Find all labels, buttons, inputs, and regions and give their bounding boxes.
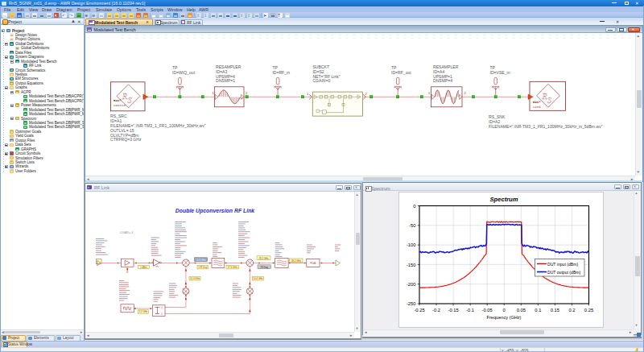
svg-text:ID=RF_in: ID=RF_in xyxy=(272,70,290,75)
svg-text:ID=A3: ID=A3 xyxy=(216,69,227,74)
svg-text:ID=VSE_in: ID=VSE_in xyxy=(489,70,510,75)
svg-text:DNSMP=1: DNSMP=1 xyxy=(216,79,235,84)
svg-text:17.6 GHz: 17.6 GHz xyxy=(228,266,238,269)
svg-text:2: 2 xyxy=(246,91,248,95)
svg-text:0.1: 0.1 xyxy=(535,308,541,313)
svg-text:23.6 GHz: 23.6 GHz xyxy=(196,259,206,262)
svg-text:-150: -150 xyxy=(407,263,416,267)
svg-text:ID=A2: ID=A2 xyxy=(489,119,500,124)
svg-text:TP: TP xyxy=(172,65,178,70)
svg-text:TP: TP xyxy=(489,65,495,70)
svg-text:LOGAIN = -6: LOGAIN = -6 xyxy=(120,231,134,234)
svg-text:R: R xyxy=(122,92,127,101)
svg-text:Double Upconversion RF Link: Double Upconversion RF Link xyxy=(175,208,256,214)
svg-text:Sink: Sink xyxy=(533,106,542,109)
svg-text:TP: TP xyxy=(391,65,397,70)
svg-text:-0.25: -0.25 xyxy=(414,308,424,313)
svg-text:P1dB: P1dB xyxy=(310,262,316,265)
svg-text:-0.1: -0.1 xyxy=(466,308,474,313)
svg-text:OUTLVL=-15: OUTLVL=-15 xyxy=(110,128,134,133)
svg-text:1 dBm: 1 dBm xyxy=(140,266,147,269)
svg-text:UPSMP=4: UPSMP=4 xyxy=(216,74,235,79)
svg-text:CTRFRQ=3 GHz: CTRFRQ=3 GHz xyxy=(110,138,142,143)
svg-text:ID=WIQ_out: ID=WIQ_out xyxy=(172,70,196,75)
svg-text:Spectrum: Spectrum xyxy=(489,196,518,203)
svg-text:OLVLTYP=dBm: OLVLTYP=dBm xyxy=(110,133,139,138)
svg-text:1.2 GHz: 1.2 GHz xyxy=(139,310,148,313)
svg-text:178 Deg: 178 Deg xyxy=(198,266,207,269)
svg-text:FILENAME=".\NR-TM3_1_FR1_100MH: FILENAME=".\NR-TM3_1_FR1_100MHz_30kHz.wv… xyxy=(110,123,206,128)
svg-text:-0.2: -0.2 xyxy=(432,308,440,313)
svg-text:0: 0 xyxy=(413,204,415,209)
svg-text:Source: Source xyxy=(114,104,126,107)
svg-text:FILENAME=".\NR-TM3_1_FR1_100MH: FILENAME=".\NR-TM3_1_FR1_100MHz_30kHz_in… xyxy=(489,124,603,129)
svg-text:-100: -100 xyxy=(407,242,416,247)
svg-text:NET="RF Link": NET="RF Link" xyxy=(312,74,340,79)
svg-text:Frequency (GHz): Frequency (GHz) xyxy=(487,315,522,320)
svg-text:SUBCKT: SUBCKT xyxy=(312,64,329,69)
svg-text:DUT output (dBm): DUT output (dBm) xyxy=(547,270,581,275)
svg-text:1: 1 xyxy=(213,91,215,95)
svg-text:TP: TP xyxy=(272,65,278,70)
svg-text:0: 0 xyxy=(503,308,506,313)
svg-text:0.25: 0.25 xyxy=(584,308,593,313)
svg-text:-250: -250 xyxy=(407,301,416,306)
svg-text:RESAMPLER: RESAMPLER xyxy=(216,64,242,69)
svg-text:-0.15: -0.15 xyxy=(448,308,458,313)
svg-text:-50: -50 xyxy=(409,223,415,228)
svg-text:0.2: 0.2 xyxy=(568,308,575,313)
svg-text:R&S®: R&S® xyxy=(533,101,541,104)
svg-text:T3 Deg: T3 Deg xyxy=(260,266,268,269)
svg-text:UPSMP=1: UPSMP=1 xyxy=(433,74,452,79)
svg-text:0.05: 0.05 xyxy=(517,308,526,313)
svg-text:RS_SNK: RS_SNK xyxy=(489,114,506,119)
svg-text:10.4 GHz: 10.4 GHz xyxy=(190,277,200,280)
svg-text:RESAMPLER: RESAMPLER xyxy=(433,64,459,69)
svg-text:DNSMP=4: DNSMP=4 xyxy=(433,79,452,84)
svg-text:10.4 GHz: 10.4 GHz xyxy=(253,277,263,280)
svg-text:RS_SRC: RS_SRC xyxy=(110,114,127,118)
svg-text:0.15: 0.15 xyxy=(551,308,559,313)
svg-text:2: 2 xyxy=(365,92,367,96)
svg-text:-200: -200 xyxy=(407,282,416,287)
svg-text:S: S xyxy=(547,96,551,105)
svg-text:ID=RF_out: ID=RF_out xyxy=(391,70,411,75)
svg-text:ID=A4: ID=A4 xyxy=(433,69,444,74)
svg-text:1: 1 xyxy=(428,91,431,95)
svg-text:ID=A1: ID=A1 xyxy=(110,118,122,123)
svg-text:DUT input (dBm): DUT input (dBm) xyxy=(547,262,578,267)
svg-text:CGAIN=0: CGAIN=0 xyxy=(312,79,330,84)
svg-text:ID=S2: ID=S2 xyxy=(312,69,324,74)
svg-text:2: 2 xyxy=(464,91,466,95)
svg-text:28.2 GHz: 28.2 GHz xyxy=(291,259,302,263)
svg-text:R: R xyxy=(541,92,547,101)
svg-text:28.2 GHz: 28.2 GHz xyxy=(258,257,269,260)
svg-text:R&S®: R&S® xyxy=(114,99,122,102)
svg-text:-0.05: -0.05 xyxy=(482,308,493,313)
svg-text:S: S xyxy=(128,96,132,105)
svg-text:1: 1 xyxy=(307,92,309,96)
